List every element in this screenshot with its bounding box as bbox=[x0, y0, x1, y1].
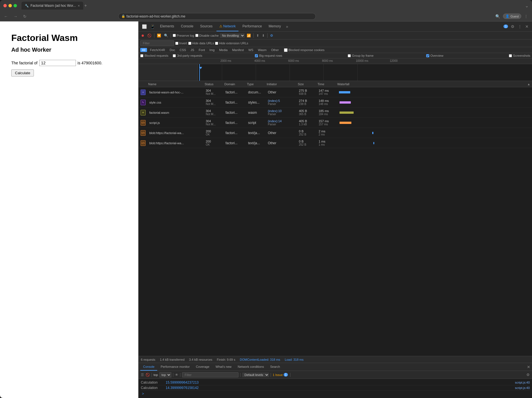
row-initiator-link[interactable]: (index):14 bbox=[268, 119, 295, 123]
big-request-rows-label[interactable]: Big request rows bbox=[255, 54, 282, 57]
console-tab-perf-monitor[interactable]: Performance monitor bbox=[158, 363, 192, 371]
devtools-settings-button[interactable]: ⚙ bbox=[510, 24, 516, 29]
clear-button[interactable]: 🚫 bbox=[146, 33, 152, 38]
type-btn-js[interactable]: JS bbox=[189, 48, 196, 52]
back-button[interactable]: ← bbox=[2, 14, 10, 19]
type-btn-ws[interactable]: WS bbox=[247, 48, 255, 52]
tab-network[interactable]: ⚠ Network bbox=[216, 21, 238, 31]
filter-input[interactable] bbox=[140, 40, 174, 46]
type-btn-other[interactable]: Other bbox=[269, 48, 281, 52]
devtools-more-button[interactable]: ⋮ bbox=[517, 24, 523, 29]
more-tabs-button[interactable]: » bbox=[285, 24, 289, 29]
invert-checkbox[interactable] bbox=[175, 42, 178, 45]
third-party-label[interactable]: 3rd-party requests bbox=[173, 54, 202, 57]
console-source-2[interactable]: script.js:40 bbox=[515, 386, 530, 390]
close-window-button[interactable] bbox=[3, 4, 7, 7]
table-row[interactable]: </> script.js 304 Not M... factori... sc… bbox=[139, 118, 532, 128]
maximize-window-button[interactable] bbox=[14, 4, 17, 7]
browser-tab-active[interactable]: 🔧 Factorial Wasm (ad hoc Wor... ✕ bbox=[21, 2, 83, 10]
overview-checkbox[interactable] bbox=[426, 54, 429, 57]
type-btn-img[interactable]: Img bbox=[208, 48, 216, 52]
tab-close-button[interactable]: ✕ bbox=[78, 4, 80, 7]
tab-elements[interactable]: Elements bbox=[157, 21, 177, 31]
tab-sources[interactable]: Sources bbox=[197, 21, 215, 31]
filter-button[interactable]: 🔽 bbox=[156, 33, 162, 38]
search-button[interactable]: 🔍 bbox=[163, 33, 169, 38]
table-row[interactable]: </> blob:https://factorial-wa... 200 OK … bbox=[139, 128, 532, 138]
third-party-checkbox[interactable] bbox=[173, 54, 176, 57]
disable-cache-checkbox[interactable] bbox=[195, 34, 198, 37]
disable-cache-label[interactable]: Disable cache bbox=[195, 34, 219, 37]
type-btn-font[interactable]: Font bbox=[197, 48, 207, 52]
console-settings-button[interactable]: ⚙ bbox=[526, 373, 530, 377]
minimize-window-button[interactable] bbox=[8, 4, 12, 7]
context-select[interactable]: top bbox=[159, 372, 171, 377]
import-button[interactable]: ⬆ bbox=[255, 33, 260, 38]
console-tab-whats-new[interactable]: What's new bbox=[213, 363, 235, 371]
blocked-requests-label[interactable]: Blocked requests bbox=[140, 54, 168, 57]
blocked-requests-checkbox[interactable] bbox=[140, 54, 143, 57]
type-btn-css[interactable]: CSS bbox=[178, 48, 188, 52]
console-tab-coverage[interactable]: Coverage bbox=[193, 363, 212, 371]
row-initiator-link[interactable]: (index):10 bbox=[268, 109, 295, 113]
online-icon-button[interactable]: 📶 bbox=[246, 33, 252, 38]
default-levels-select[interactable]: Default levels bbox=[242, 373, 269, 377]
table-row[interactable]: </> blob:https://factorial-wa... 200 OK … bbox=[139, 138, 532, 148]
group-by-frame-checkbox[interactable] bbox=[348, 54, 351, 57]
hide-ext-urls-label[interactable]: Hide extension URLs bbox=[215, 41, 248, 45]
console-prompt-line[interactable]: > bbox=[141, 391, 530, 397]
export-button[interactable]: ⬇ bbox=[261, 33, 266, 38]
tab-memory[interactable]: Memory bbox=[266, 21, 284, 31]
type-btn-manifest[interactable]: Manifest bbox=[230, 48, 246, 52]
network-table[interactable]: Name Status Domain Type Initiator Size T… bbox=[139, 81, 532, 356]
chevron-button[interactable]: ⌄ bbox=[525, 3, 529, 8]
console-tab-network-conditions[interactable]: Network conditions bbox=[235, 363, 267, 371]
table-row[interactable]: ✎ style.css 304 Not M... factori... styl… bbox=[139, 97, 532, 108]
row-initiator-link[interactable]: (index):5 bbox=[268, 99, 295, 102]
calculate-button[interactable]: Calculate bbox=[11, 69, 34, 76]
network-settings-button[interactable]: ⚙ bbox=[269, 33, 274, 38]
hide-data-urls-checkbox[interactable] bbox=[188, 42, 191, 45]
screenshots-checkbox[interactable] bbox=[509, 54, 512, 57]
blocked-cookies-checkbox[interactable] bbox=[284, 48, 288, 52]
table-row[interactable]: ≡ factorial-wasm-ad-hoc-... 304 Not M...… bbox=[139, 87, 532, 97]
screenshots-label[interactable]: Screenshots bbox=[509, 54, 530, 57]
preserve-log-label[interactable]: Preserve log bbox=[173, 34, 194, 37]
inspect-element-icon[interactable]: ⬜ bbox=[141, 24, 148, 29]
big-request-rows-checkbox[interactable] bbox=[255, 54, 258, 57]
invert-label[interactable]: Invert bbox=[175, 41, 187, 45]
hide-ext-urls-checkbox[interactable] bbox=[215, 42, 218, 45]
blocked-cookies-label[interactable]: Blocked response cookies bbox=[284, 48, 325, 52]
guest-profile-button[interactable]: 👤 Guest bbox=[503, 14, 521, 19]
tab-performance[interactable]: Performance bbox=[240, 21, 265, 31]
devtools-close-button[interactable]: ✕ bbox=[524, 24, 530, 29]
console-clear-button[interactable]: 🚫 bbox=[146, 373, 150, 377]
overview-label[interactable]: Overview bbox=[426, 54, 443, 57]
type-btn-wasm[interactable]: Wasm bbox=[256, 48, 268, 52]
forward-button[interactable]: → bbox=[12, 14, 19, 19]
table-row[interactable]: W factorial.wasm 304 Not M... factori...… bbox=[139, 108, 532, 118]
throttling-select[interactable]: No throttling bbox=[220, 33, 245, 38]
record-button[interactable]: ⏺ bbox=[140, 33, 145, 38]
tab-console[interactable]: Console bbox=[178, 21, 196, 31]
address-bar[interactable]: 🔒 factorial-wasm-ad-hoc-worker.glitch.me bbox=[118, 13, 316, 20]
group-by-frame-label[interactable]: Group by frame bbox=[348, 54, 373, 57]
reload-button[interactable]: ↻ bbox=[21, 14, 28, 19]
eye-button[interactable]: 👁 bbox=[175, 373, 178, 377]
factorial-input[interactable] bbox=[39, 60, 76, 66]
new-tab-button[interactable]: + bbox=[84, 3, 87, 8]
preserve-log-checkbox[interactable] bbox=[173, 34, 176, 37]
type-btn-fetchxhr[interactable]: Fetch/XHR bbox=[148, 48, 167, 52]
more-button[interactable]: ⋮ bbox=[522, 14, 530, 19]
type-btn-all[interactable]: All bbox=[140, 48, 147, 52]
console-filter-input[interactable] bbox=[182, 372, 238, 377]
type-btn-media[interactable]: Media bbox=[217, 48, 229, 52]
console-tab-search[interactable]: Search bbox=[267, 363, 283, 371]
zoom-button[interactable]: 🔍 bbox=[494, 14, 502, 19]
type-btn-doc[interactable]: Doc bbox=[168, 48, 177, 52]
console-tab-console[interactable]: Console bbox=[140, 363, 157, 371]
console-source-1[interactable]: script.js:40 bbox=[515, 381, 530, 384]
device-toolbar-icon[interactable]: 📱 bbox=[149, 24, 156, 29]
hide-data-urls-label[interactable]: Hide data URLs bbox=[188, 41, 214, 45]
console-close-button[interactable]: ✕ bbox=[527, 365, 530, 369]
